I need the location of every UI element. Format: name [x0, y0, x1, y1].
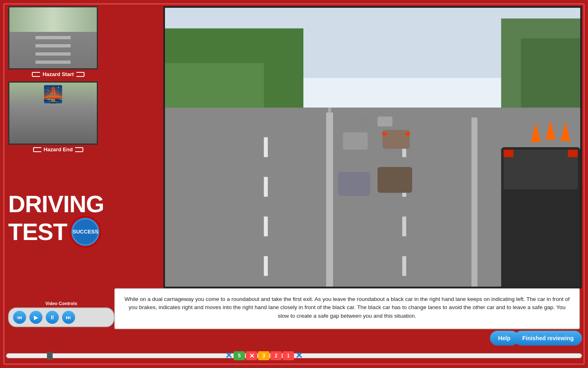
pause-button[interactable]: ⏸	[46, 311, 59, 324]
logo-driving: DRIVING	[8, 192, 151, 216]
play-button[interactable]: ▶	[29, 311, 42, 324]
logo-test: TEST	[8, 220, 67, 244]
hazard-end-label: Hazard End	[8, 146, 108, 153]
main-video	[163, 6, 582, 288]
svg-rect-16	[402, 256, 406, 276]
video-controls-area: Video Controls ⏮ ▶ ⏸ ⏭	[8, 301, 114, 327]
svg-rect-5	[521, 38, 580, 118]
logo-row: TEST SUCCESS	[8, 216, 151, 248]
score-block-3: 3	[258, 351, 270, 360]
right-x-marker[interactable]: ✕	[295, 350, 303, 361]
video-controls-label: Video Controls	[8, 301, 114, 306]
svg-rect-23	[383, 132, 387, 135]
score-block-2: 2	[270, 351, 282, 360]
progress-thumb[interactable]	[47, 352, 53, 360]
svg-rect-19	[353, 115, 370, 126]
hazard-end-text: Hazard End	[44, 146, 73, 153]
hazard-end-thumbnail	[8, 81, 98, 145]
bracket-left2-icon	[33, 147, 41, 152]
svg-rect-9	[264, 177, 268, 197]
description-box: While on a dual carriageway you come to …	[114, 288, 580, 329]
progress-track[interactable]: ✕ 5 ✕ 3 2 1 ✕	[6, 353, 582, 358]
hazard-start-label: Hazard Start	[8, 71, 108, 77]
svg-rect-17	[326, 112, 333, 287]
svg-rect-28	[503, 150, 578, 189]
road-svg	[165, 8, 580, 287]
svg-rect-18	[472, 117, 478, 287]
svg-rect-26	[378, 167, 412, 193]
forward-button[interactable]: ⏭	[62, 311, 75, 324]
logo-area: DRIVING TEST SUCCESS	[8, 192, 151, 248]
hazard-start-container: Hazard Start	[8, 6, 108, 77]
hazard-start-image	[9, 7, 97, 68]
svg-rect-11	[264, 256, 268, 276]
finished-reviewing-button[interactable]: Finished reviewing	[514, 331, 582, 346]
forward-icon: ⏭	[66, 314, 71, 321]
bracket-right-icon	[76, 72, 85, 77]
controls-bar: ⏮ ▶ ⏸ ⏭	[8, 307, 114, 327]
svg-rect-30	[568, 150, 578, 157]
success-badge: SUCCESS	[69, 216, 101, 248]
score-block-x: ✕	[246, 351, 257, 360]
svg-rect-29	[503, 150, 513, 157]
svg-rect-10	[264, 217, 268, 236]
score-segment: 5 ✕ 3 2 1	[234, 351, 294, 360]
pause-icon: ⏸	[49, 314, 55, 321]
svg-rect-15	[402, 217, 406, 236]
description-text: While on a dual carriageway you come to …	[123, 295, 571, 320]
bracket-left-icon	[32, 72, 40, 77]
svg-rect-3	[165, 63, 264, 112]
score-block-1: 1	[283, 351, 294, 360]
svg-rect-21	[343, 132, 368, 150]
hazard-end-container: Hazard End	[8, 81, 108, 153]
svg-rect-22	[383, 130, 410, 149]
score-group: ✕ 5 ✕ 3 2 1 ✕	[225, 350, 303, 361]
success-text: SUCCESS	[73, 229, 98, 235]
hazard-start-text: Hazard Start	[42, 71, 74, 77]
left-panel: Hazard Start Hazard End	[8, 6, 108, 157]
svg-rect-8	[264, 137, 268, 157]
play-icon: ▶	[34, 314, 38, 321]
svg-rect-20	[378, 117, 392, 126]
progress-area: ✕ 5 ✕ 3 2 1 ✕	[6, 350, 582, 362]
svg-rect-24	[406, 132, 410, 135]
svg-rect-25	[338, 172, 370, 196]
hazard-end-image	[9, 83, 97, 144]
score-block-5: 5	[234, 351, 245, 360]
rewind-button[interactable]: ⏮	[13, 311, 26, 324]
hazard-start-thumbnail	[8, 6, 98, 70]
road-scene	[165, 8, 580, 287]
rewind-icon: ⏮	[17, 314, 22, 321]
left-x-marker[interactable]: ✕	[225, 350, 232, 361]
bracket-right2-icon	[75, 147, 83, 152]
